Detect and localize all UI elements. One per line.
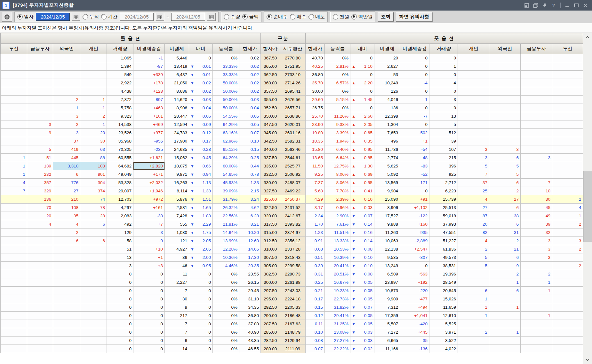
cell-call-invtrust[interactable]	[1, 129, 27, 137]
cell-call-change-rate[interactable]: 0%	[213, 270, 239, 278]
cell-put-change-rate[interactable]: 22.73%	[325, 295, 350, 303]
cell-index-conv[interactable]: 2224.18	[280, 295, 306, 303]
cell-call-oi-change[interactable]: +2,820	[133, 162, 165, 170]
cell-put-price[interactable]: 5.68	[306, 187, 325, 195]
cell-put-change[interactable]: ▲0.35	[350, 137, 374, 145]
cell-index-conv[interactable]: 2148.79	[280, 328, 306, 337]
cell-put-volume[interactable]: 12,610	[429, 312, 458, 320]
cell-call-foreign[interactable]	[53, 278, 80, 287]
cell-call-fininvest[interactable]	[27, 87, 53, 96]
minimize-icon[interactable]	[564, 2, 571, 9]
cell-call-oi[interactable]: 13,419	[165, 62, 189, 71]
cell-call-price[interactable]: 0.15	[239, 145, 261, 154]
cell-call-foreign[interactable]: 4	[53, 220, 80, 228]
cell-index-conv[interactable]: 2620.01	[280, 120, 306, 129]
table-row[interactable]: 435777630453,328+2,03216,263▼1.1345.93%1…	[1, 179, 583, 187]
cell-put-oi-change[interactable]: -7	[400, 112, 429, 120]
cell-call-volume[interactable]: 14,538	[107, 120, 133, 129]
cell-put-change[interactable]: ▼0.07	[350, 212, 374, 220]
cell-call-change[interactable]: ▼0.17	[189, 137, 213, 145]
cell-put-price[interactable]: 29.60	[306, 96, 325, 104]
cell-call-change-rate[interactable]: 0%	[213, 54, 239, 62]
cell-call-oi[interactable]: 7,428	[165, 212, 189, 220]
cell-call-fininvest[interactable]	[27, 228, 53, 237]
table-row[interactable]: 115,758+4638,906▼0.0450.00%0.04352.50265…	[1, 104, 583, 112]
cell-put-change[interactable]: ▲0.55	[350, 179, 374, 187]
cell-put-volume[interactable]: 3,971	[429, 328, 458, 337]
radio-date[interactable]: 일자	[17, 14, 34, 20]
cell-put-individual[interactable]: 1	[458, 295, 489, 303]
cell-call-invtrust[interactable]	[1, 245, 27, 253]
cell-call-invtrust[interactable]	[1, 220, 27, 228]
cell-call-change-rate[interactable]: 31.79%	[213, 195, 239, 204]
vertical-scrollbar[interactable]	[583, 33, 592, 364]
cell-put-individual[interactable]	[458, 79, 489, 87]
cell-put-oi[interactable]: 6,509	[374, 270, 400, 278]
cell-index-conv[interactable]: 2243.03	[280, 287, 306, 295]
cell-put-invtrust[interactable]	[552, 104, 583, 112]
cell-call-invtrust[interactable]	[1, 195, 27, 204]
cell-call-invtrust[interactable]	[1, 320, 27, 328]
cell-call-invtrust[interactable]	[1, 228, 27, 237]
cell-put-invtrust[interactable]	[552, 312, 583, 320]
cell-call-oi[interactable]: 8,114	[165, 187, 189, 195]
cell-call-individual[interactable]	[80, 245, 107, 253]
cell-put-fininvest[interactable]	[521, 137, 552, 145]
cell-call-individual[interactable]	[80, 320, 107, 328]
table-row[interactable]: 003000%31.10295.002224.180.1722.73%▼0.05…	[1, 295, 583, 303]
table-row[interactable]: 51+104,927▼2.0512.28%14.65310.002337.280…	[1, 245, 583, 253]
cell-call-change[interactable]: ▼1.38	[189, 187, 213, 195]
cell-call-change[interactable]: ▼0.03	[189, 96, 213, 104]
cell-put-change[interactable]: ▼0.07	[350, 303, 374, 312]
cell-call-individual[interactable]: 28	[80, 212, 107, 220]
cell-put-individual[interactable]: 5	[458, 262, 489, 270]
cell-put-price[interactable]: 18.35	[306, 137, 325, 145]
cell-put-oi[interactable]: 7,312	[374, 303, 400, 312]
cell-call-foreign[interactable]	[53, 87, 80, 96]
cell-put-change-rate[interactable]: 7.78%	[325, 187, 350, 195]
cell-call-price[interactable]: 37.80	[239, 320, 261, 328]
cell-put-change[interactable]: ▼0.08	[350, 245, 374, 253]
cell-index-conv[interactable]: 2299.58	[280, 262, 306, 270]
cell-call-oi[interactable]: 14	[165, 345, 189, 353]
cell-call-foreign[interactable]	[53, 54, 80, 62]
cell-put-fininvest[interactable]	[521, 328, 552, 337]
cell-put-individual[interactable]: 1	[458, 312, 489, 320]
cell-call-price[interactable]: 0.03	[239, 96, 261, 104]
cell-call-individual[interactable]	[80, 278, 107, 287]
cell-put-fininvest[interactable]: 3	[521, 245, 552, 253]
cell-put-fininvest[interactable]	[521, 337, 552, 345]
cell-call-oi[interactable]: 28,447	[165, 112, 189, 120]
cell-index-conv[interactable]: 2525.77	[280, 162, 306, 170]
cell-put-change[interactable]: ▼0.03	[350, 337, 374, 345]
cell-call-oi[interactable]: 16,263	[165, 179, 189, 187]
cell-put-change-rate[interactable]: 0%	[325, 54, 350, 62]
cell-index-conv[interactable]: 2695.41	[280, 87, 306, 96]
cell-call-fininvest[interactable]	[27, 79, 53, 87]
cell-call-change[interactable]: ▼0.04	[189, 104, 213, 112]
cell-put-oi[interactable]: 496	[374, 137, 400, 145]
cell-call-oi[interactable]: 2,581	[165, 204, 189, 212]
cell-put-foreign[interactable]	[489, 71, 521, 79]
cell-put-oi[interactable]: 9,888	[374, 220, 400, 228]
cell-call-volume[interactable]: 12,703	[107, 195, 133, 204]
cell-put-change[interactable]: ▲1.30	[350, 162, 374, 170]
cell-strike[interactable]: 312.50	[261, 237, 280, 245]
cell-index-conv[interactable]: 2469.22	[280, 187, 306, 195]
cell-put-invtrust[interactable]	[552, 62, 583, 71]
cell-put-foreign[interactable]	[489, 79, 521, 87]
cell-strike[interactable]: 345.00	[261, 129, 280, 137]
screen-notice-button[interactable]: 화면 유의사항	[396, 12, 432, 21]
cell-call-change-rate[interactable]: 64.29%	[213, 154, 239, 162]
cell-call-foreign[interactable]	[53, 71, 80, 79]
cell-call-foreign[interactable]: 776	[53, 179, 80, 187]
cell-call-oi-change[interactable]: +128	[133, 87, 165, 96]
cell-call-foreign[interactable]	[53, 287, 80, 295]
cell-put-price[interactable]: 30.00	[306, 87, 325, 96]
cell-put-change[interactable]: ▲2.20	[350, 79, 374, 87]
cell-call-price[interactable]: 14.65	[239, 245, 261, 253]
cell-call-invtrust[interactable]	[1, 253, 27, 262]
cell-put-individual[interactable]	[458, 270, 489, 278]
cell-strike[interactable]: 330.00	[261, 179, 280, 187]
cell-call-individual[interactable]: 801	[80, 170, 107, 179]
